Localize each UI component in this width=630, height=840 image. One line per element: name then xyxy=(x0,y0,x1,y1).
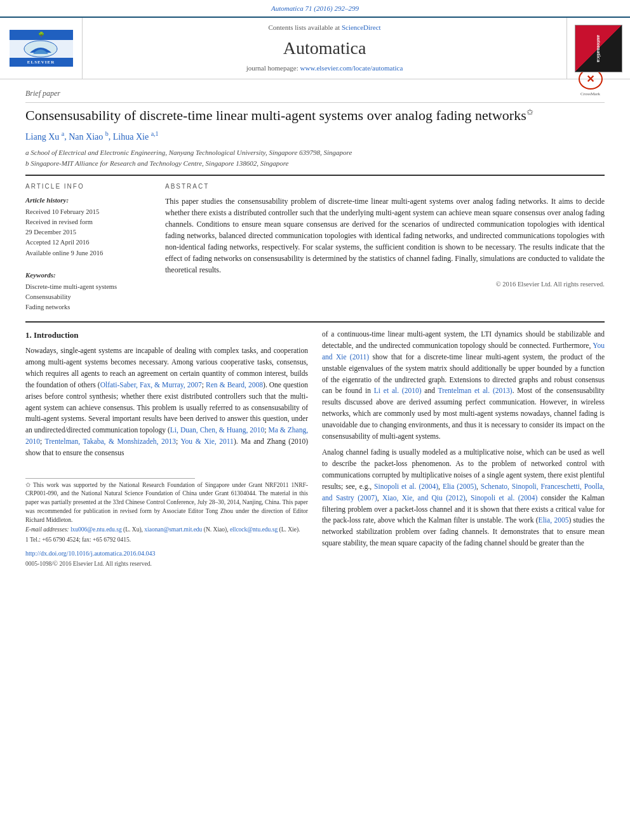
abstract-copyright: © 2016 Elsevier Ltd. All rights reserved… xyxy=(165,279,605,289)
intro-paragraph-1: Nowadays, single-agent systems are incap… xyxy=(25,345,308,458)
section1-heading: 1. Introduction xyxy=(25,329,308,342)
journal-reference: Automatica 71 (2016) 292–299 xyxy=(0,0,630,17)
article-history-label: Article history: xyxy=(25,196,152,206)
elsevier-label: ELSEVIER xyxy=(10,58,73,67)
elsevier-logo-tree xyxy=(10,40,73,58)
journal-ref-text: Automatica 71 (2016) 292–299 xyxy=(271,4,359,12)
article-info-abstract-section: ARTICLE INFO Article history: Received 1… xyxy=(25,182,605,312)
ref-ren[interactable]: Ren & Beard, 2008 xyxy=(206,381,263,389)
footnote-section: ✩ This work was supported by the Nationa… xyxy=(25,478,308,570)
elsevier-logo-top: 🌳 xyxy=(10,30,73,40)
revised-date: 29 December 2015 xyxy=(25,227,152,237)
body-section: 1. Introduction Nowadays, single-agent s… xyxy=(25,329,605,569)
ref-you-xie[interactable]: You & Xie, 2011 xyxy=(180,437,233,445)
paper-title-text: Consensusability of discrete-time linear… xyxy=(25,107,526,123)
ref-trentelman[interactable]: Trentelman, Takaba, & Monshizadeh, 2013 xyxy=(45,437,176,445)
ref-xiao-xie[interactable]: Xiao, Xie, and Qiu (2012) xyxy=(382,494,466,502)
main-content: Brief paper ✕ CrossMark Consensusability… xyxy=(0,88,630,569)
journal-name-header: Automatica xyxy=(283,36,366,62)
keywords-label: Keywords: xyxy=(25,270,152,281)
abstract-heading: ABSTRACT xyxy=(165,182,605,192)
science-direct-link: Contents lists available at ScienceDirec… xyxy=(268,23,380,33)
ref-you-and-xie[interactable]: You and Xie (2011) xyxy=(322,342,605,361)
affiliation-a: a School of Electrical and Electronic En… xyxy=(25,147,605,158)
journal-header-center: Contents lists available at ScienceDirec… xyxy=(83,18,566,79)
author-lihua-xie: Lihua Xie a,1 xyxy=(113,132,159,142)
ref-trentelman-2013[interactable]: Trentelman et al. (2013) xyxy=(438,387,513,394)
authors-line: Liang Xu a, Nan Xiao b, Lihua Xie a,1 xyxy=(25,130,605,143)
journal-header: 🌳 ELSEVIER Contents lists available at S… xyxy=(0,17,630,79)
ref-elia-2005[interactable]: Elia (2005) xyxy=(443,483,476,490)
tel-footnote: 1 Tel.: +65 6790 4524; fax: +65 6792 041… xyxy=(25,536,308,545)
body-left-column: 1. Introduction Nowadays, single-agent s… xyxy=(25,329,308,569)
journal-thumbnail: automatica xyxy=(566,18,630,79)
keywords-list: Discrete-time multi-agent systems Consen… xyxy=(25,282,152,312)
footnote-divider xyxy=(25,478,195,479)
article-info-column: ARTICLE INFO Article history: Received 1… xyxy=(25,182,152,312)
ref-elia-2005b[interactable]: Elia, 2005 xyxy=(539,516,569,524)
section1-num: 1. xyxy=(25,330,34,340)
abstract-text: This paper studies the consensusability … xyxy=(165,196,605,276)
ref-sinopoli-2004[interactable]: Sinopoli et al. (2004) xyxy=(374,483,438,490)
keyword-3: Fading networks xyxy=(25,302,152,312)
contents-text: Contents lists available at xyxy=(268,23,340,31)
title-divider xyxy=(25,175,605,176)
elsevier-logo: 🌳 ELSEVIER xyxy=(10,31,73,66)
email-xiao[interactable]: xiaonan@smart.mit.edu xyxy=(144,526,202,533)
intro-paragraph-2: of a continuous-time linear multi-agent … xyxy=(322,329,605,442)
affiliations: a School of Electrical and Electronic En… xyxy=(25,147,605,168)
footer-copyright: 0005-1098/© 2016 Elsevier Ltd. All right… xyxy=(25,559,308,569)
affiliation-b: b Singapore-MIT Alliance for Research an… xyxy=(25,158,605,169)
revised-label: Received in revised form xyxy=(25,217,152,227)
article-info-heading: ARTICLE INFO xyxy=(25,182,152,192)
keyword-1: Discrete-time multi-agent systems xyxy=(25,282,152,291)
received-date: Received 10 February 2015 xyxy=(25,207,152,217)
email-xu[interactable]: lxu006@e.ntu.edu.sg xyxy=(70,526,122,533)
elsevier-logo-container: 🌳 ELSEVIER xyxy=(0,18,83,79)
body-divider xyxy=(25,321,605,323)
title-footnote-sup: ✩ xyxy=(526,107,533,116)
online-date: Available online 9 June 2016 xyxy=(25,248,152,258)
body-right-column: of a continuous-time linear multi-agent … xyxy=(322,329,605,569)
section1-name: Introduction xyxy=(34,330,79,340)
ref-li-duan[interactable]: Li, Duan, Chen, & Huang, 2010 xyxy=(170,426,264,434)
ref-sinopoli-2004b[interactable]: Sinopoli et al. (2004) xyxy=(471,494,537,502)
journal-homepage: journal homepage: www.elsevier.com/locat… xyxy=(246,63,403,74)
intro-paragraph-3: Analog channel fading is usually modeled… xyxy=(322,447,605,549)
science-direct-anchor[interactable]: ScienceDirect xyxy=(342,23,381,31)
doi-link: http://dx.doi.org/10.1016/j.automatica.2… xyxy=(25,549,308,559)
email-footnote: E-mail addresses: lxu006@e.ntu.edu.sg (L… xyxy=(25,526,308,535)
homepage-url[interactable]: www.elsevier.com/locate/automatica xyxy=(300,64,403,72)
keyword-2: Consensusability xyxy=(25,292,152,302)
paper-title: Consensusability of discrete-time linear… xyxy=(25,107,605,125)
accepted-date: Accepted 12 April 2016 xyxy=(25,237,152,247)
automatica-thumbnail-image: automatica xyxy=(575,25,622,72)
ref-olfati[interactable]: Olfati-Saber, Fax, & Murray, 2007 xyxy=(100,381,202,389)
brief-paper-label: Brief paper xyxy=(25,88,605,102)
author-nan-xiao: Nan Xiao b xyxy=(69,132,109,142)
author-liang-xu: Liang Xu a xyxy=(25,132,64,142)
homepage-text: journal homepage: xyxy=(246,64,298,72)
ref-li-2010[interactable]: Li et al. (2010) xyxy=(374,387,422,394)
abstract-column: ABSTRACT This paper studies the consensu… xyxy=(165,182,605,312)
email-xie[interactable]: ellcock@ntu.edu.sg xyxy=(230,526,278,533)
crossmark-label: CrossMark xyxy=(580,91,600,97)
doi-anchor[interactable]: http://dx.doi.org/10.1016/j.automatica.2… xyxy=(25,550,156,557)
star-footnote: ✩ This work was supported by the Nationa… xyxy=(25,481,308,525)
